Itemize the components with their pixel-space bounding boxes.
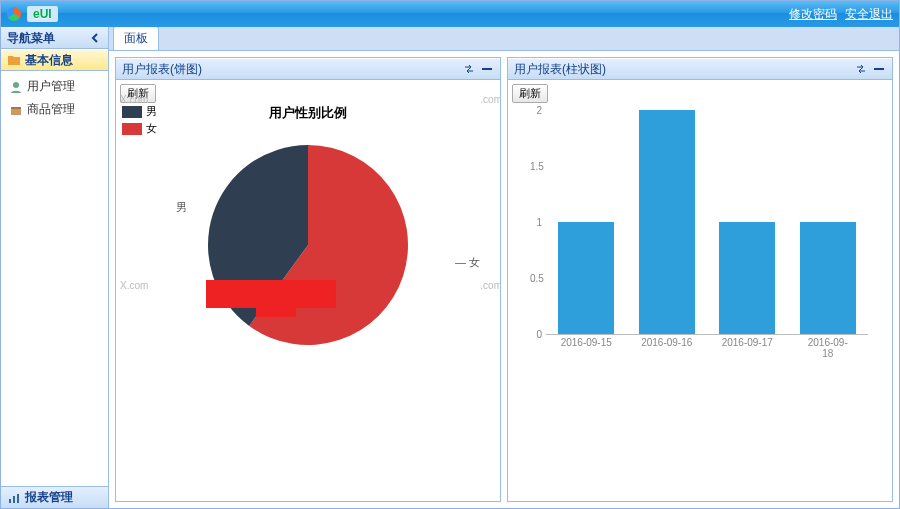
portlet-pie-body: 刷新 用户性别比例 男 女 — [116, 80, 500, 501]
folder-icon — [7, 53, 21, 67]
logout-link[interactable]: 安全退出 — [845, 6, 893, 23]
collapse-left-icon[interactable] — [88, 31, 102, 45]
app-header: eUI 修改密码 安全退出 — [1, 1, 899, 27]
collapse-icon[interactable] — [480, 62, 494, 76]
chart-icon — [7, 491, 21, 505]
svg-rect-4 — [13, 496, 15, 503]
svg-rect-5 — [17, 494, 19, 503]
watermark: .com — [480, 280, 500, 291]
tab-strip: 面板 — [109, 27, 899, 51]
svg-rect-2 — [11, 107, 21, 109]
y-axis-tick: 0 — [530, 329, 542, 340]
legend-swatch-icon — [122, 106, 142, 118]
y-axis-tick: 0.5 — [530, 273, 542, 284]
legend-label: 男 — [146, 104, 157, 119]
svg-rect-6 — [482, 68, 492, 70]
refresh-pie-button[interactable]: 刷新 — [120, 84, 156, 103]
bar-chart: 00.511.522016-09-152016-09-162016-09-172… — [528, 110, 868, 350]
user-icon — [9, 80, 23, 94]
bar — [719, 222, 775, 334]
legend-swatch-icon — [122, 123, 142, 135]
y-axis-tick: 2 — [530, 105, 542, 116]
svg-rect-7 — [874, 68, 884, 70]
portlet-bar-title: 用户报表(柱状图) — [514, 61, 606, 78]
sidebar-item-user-mgmt[interactable]: 用户管理 — [1, 75, 108, 98]
x-axis-label: 2016-09-18 — [808, 337, 848, 359]
accordion-basic-info-label: 基本信息 — [25, 52, 73, 69]
svg-rect-3 — [9, 499, 11, 503]
tab-dashboard[interactable]: 面板 — [113, 26, 159, 50]
tab-label: 面板 — [124, 31, 148, 45]
center-region: 面板 用户报表(饼图) 刷新 用户性别比例 — [109, 27, 899, 508]
x-axis-label: 2016-09-17 — [722, 337, 773, 348]
portlet-bar-body: 刷新 00.511.522016-09-152016-09-162016-09-… — [508, 80, 892, 501]
package-icon — [9, 103, 23, 117]
accordion-basic-info[interactable]: 基本信息 — [1, 49, 108, 71]
portlet-pie: 用户报表(饼图) 刷新 用户性别比例 男 — [115, 57, 501, 502]
nav-title: 导航菜单 — [7, 30, 55, 47]
y-axis-tick: 1.5 — [530, 161, 542, 172]
sidebar-item-product-mgmt[interactable]: 商品管理 — [1, 98, 108, 121]
accordion-body: 用户管理 商品管理 — [1, 71, 108, 486]
refresh-bar-button[interactable]: 刷新 — [512, 84, 548, 103]
nav-sidebar: 导航菜单 基本信息 用户管理 商品管理 — [1, 27, 109, 508]
legend-item-male[interactable]: 男 — [122, 104, 157, 119]
swap-icon[interactable] — [462, 62, 476, 76]
legend-label: 女 — [146, 121, 157, 136]
pie-chart — [198, 135, 418, 355]
pie-slice-label-male: 男 — [176, 200, 187, 215]
pie-legend: 男 女 — [122, 104, 157, 138]
tab-pane: 用户报表(饼图) 刷新 用户性别比例 男 — [109, 51, 899, 508]
portlet-pie-header: 用户报表(饼图) — [116, 58, 500, 80]
sidebar-item-label: 商品管理 — [27, 101, 75, 118]
svg-point-0 — [13, 82, 19, 88]
pie-chart-title: 用户性别比例 — [116, 104, 500, 122]
swap-icon[interactable] — [854, 62, 868, 76]
accordion-report-mgmt[interactable]: 报表管理 — [1, 486, 108, 508]
portlet-bar: 用户报表(柱状图) 刷新 00.511.522016-09-152016-09-… — [507, 57, 893, 502]
app-title: eUI — [27, 6, 58, 22]
legend-item-female[interactable]: 女 — [122, 121, 157, 136]
watermark: X.com — [120, 280, 148, 291]
sidebar-item-label: 用户管理 — [27, 78, 75, 95]
x-axis-line — [546, 334, 868, 335]
redaction-overlay — [256, 295, 296, 317]
collapse-icon[interactable] — [872, 62, 886, 76]
y-axis-tick: 1 — [530, 217, 542, 228]
portlet-pie-title: 用户报表(饼图) — [122, 61, 202, 78]
bar — [800, 222, 856, 334]
portlet-bar-header: 用户报表(柱状图) — [508, 58, 892, 80]
x-axis-label: 2016-09-16 — [641, 337, 692, 348]
nav-title-bar: 导航菜单 — [1, 27, 108, 49]
bar — [558, 222, 614, 334]
pie-slice-label-female: — 女 — [455, 255, 480, 270]
app-logo-icon — [7, 7, 21, 21]
bar — [639, 110, 695, 334]
x-axis-label: 2016-09-15 — [561, 337, 612, 348]
change-password-link[interactable]: 修改密码 — [789, 6, 837, 23]
accordion-report-mgmt-label: 报表管理 — [25, 489, 73, 506]
